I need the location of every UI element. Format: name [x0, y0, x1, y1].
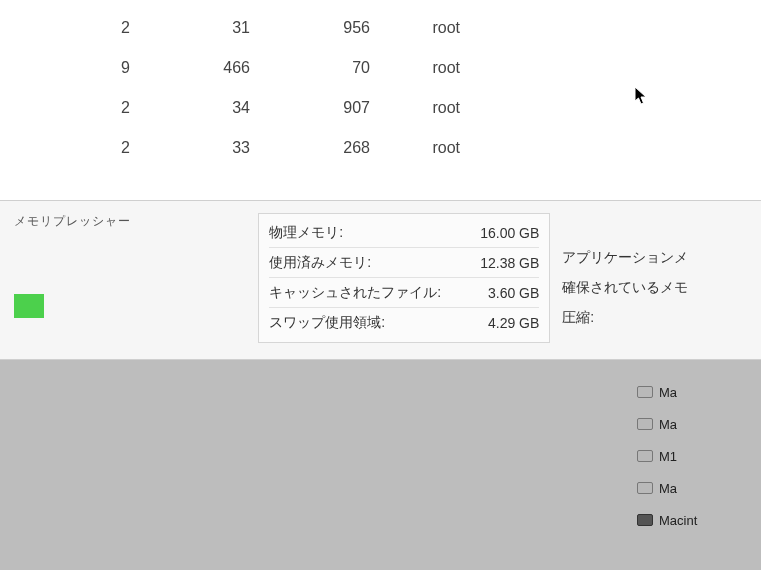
compressed-label: 圧縮: [562, 303, 761, 333]
list-item[interactable]: Ma [631, 380, 761, 404]
cell-threads: 2 [60, 19, 130, 37]
stat-value: 4.29 GB [449, 315, 539, 331]
stat-value: 16.00 GB [449, 225, 539, 241]
memory-pressure-label: メモリプレッシャー [14, 213, 258, 230]
cell-user: root [370, 19, 460, 37]
table-row[interactable]: 2 34 907 root [60, 88, 701, 128]
list-item[interactable]: M1 [631, 444, 761, 468]
cell-ports: 33 [130, 139, 250, 157]
list-item[interactable]: Ma [631, 476, 761, 500]
disk-name: Macint [659, 513, 697, 528]
stat-label: 使用済みメモリ: [269, 254, 449, 272]
memory-pressure-block: メモリプレッシャー [0, 213, 258, 318]
list-item[interactable]: Ma [631, 412, 761, 436]
cell-user: root [370, 99, 460, 117]
stat-value: 12.38 GB [449, 255, 539, 271]
process-table: 2 31 956 root 9 466 70 root 2 34 907 roo… [0, 0, 761, 200]
disk-name: Ma [659, 481, 677, 496]
disk-icon [637, 482, 653, 494]
cell-ports: 31 [130, 19, 250, 37]
stat-label: キャッシュされたファイル: [269, 284, 449, 302]
cell-threads: 2 [60, 139, 130, 157]
disk-name: M1 [659, 449, 677, 464]
app-memory-label: アプリケーションメ [562, 243, 761, 273]
cell-threads: 9 [60, 59, 130, 77]
list-item[interactable]: Macint [631, 508, 761, 532]
desktop-area: Ma Ma M1 Ma Macint [0, 360, 761, 570]
cell-pid: 956 [250, 19, 370, 37]
cell-pid: 268 [250, 139, 370, 157]
disk-icon [637, 514, 653, 526]
stat-used-memory: 使用済みメモリ: 12.38 GB [269, 248, 539, 278]
disk-icon [637, 418, 653, 430]
memory-footer: メモリプレッシャー 物理メモリ: 16.00 GB 使用済みメモリ: 12.38… [0, 200, 761, 360]
disk-name: Ma [659, 417, 677, 432]
cell-user: root [370, 139, 460, 157]
disk-icon [637, 450, 653, 462]
cell-user: root [370, 59, 460, 77]
finder-sidebar: Ma Ma M1 Ma Macint [631, 380, 761, 540]
table-row[interactable]: 2 33 268 root [60, 128, 701, 168]
disk-name: Ma [659, 385, 677, 400]
stat-label: スワップ使用領域: [269, 314, 449, 332]
stat-swap-used: スワップ使用領域: 4.29 GB [269, 308, 539, 338]
cell-pid: 907 [250, 99, 370, 117]
cell-ports: 466 [130, 59, 250, 77]
cell-ports: 34 [130, 99, 250, 117]
disk-icon [637, 386, 653, 398]
table-row[interactable]: 9 466 70 root [60, 48, 701, 88]
table-row[interactable]: 2 31 956 root [60, 8, 701, 48]
memory-stats-table: 物理メモリ: 16.00 GB 使用済みメモリ: 12.38 GB キャッシュさ… [258, 213, 550, 343]
stat-cached-files: キャッシュされたファイル: 3.60 GB [269, 278, 539, 308]
memory-pressure-graph [14, 294, 44, 318]
cell-pid: 70 [250, 59, 370, 77]
cell-threads: 2 [60, 99, 130, 117]
stat-value: 3.60 GB [449, 285, 539, 301]
stat-physical-memory: 物理メモリ: 16.00 GB [269, 218, 539, 248]
stat-label: 物理メモリ: [269, 224, 449, 242]
memory-side-labels: アプリケーションメ 確保されているメモ 圧縮: [562, 213, 761, 333]
wired-memory-label: 確保されているメモ [562, 273, 761, 303]
